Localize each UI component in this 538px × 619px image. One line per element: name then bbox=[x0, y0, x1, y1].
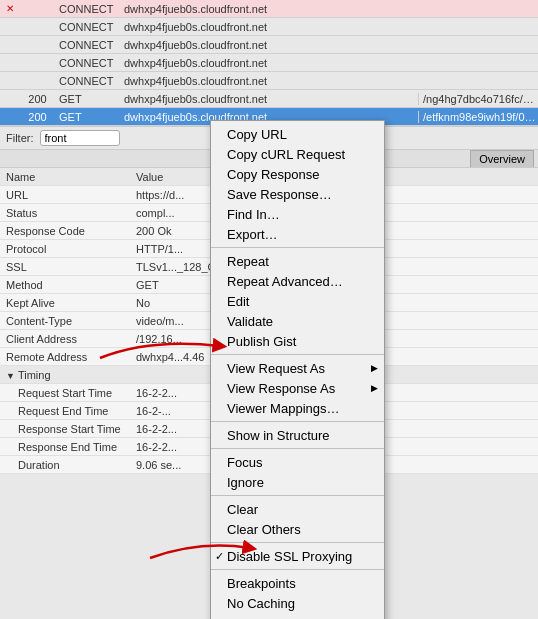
row-host: dwhxp4fjueb0s.cloudfront.net bbox=[120, 75, 418, 87]
table-row[interactable]: CONNECTdwhxp4fjueb0s.cloudfront.net bbox=[0, 54, 538, 72]
bottom-col-name: Client Address bbox=[0, 333, 130, 345]
row-path: /etfknm98e9iwh19f/0cq5 bbox=[418, 111, 538, 123]
bottom-name-text: Timing bbox=[18, 369, 51, 381]
bottom-name-text: Request Start Time bbox=[18, 387, 112, 399]
overview-tab[interactable]: Overview bbox=[470, 150, 534, 167]
bottom-col-name: Request Start Time bbox=[0, 387, 130, 399]
row-method: CONNECT bbox=[55, 39, 120, 51]
row-method: GET bbox=[55, 111, 120, 123]
row-status: 200 bbox=[20, 93, 55, 105]
bottom-name-text: Name bbox=[6, 171, 35, 183]
table-row[interactable]: CONNECTdwhxp4fjueb0s.cloudfront.net bbox=[0, 18, 538, 36]
menu-item[interactable]: Breakpoints bbox=[211, 573, 384, 593]
menu-separator bbox=[211, 495, 384, 496]
bottom-col-name: Duration bbox=[0, 459, 130, 471]
bottom-col-name: URL bbox=[0, 189, 130, 201]
menu-item[interactable]: Repeat bbox=[211, 251, 384, 271]
bottom-name-text: Duration bbox=[18, 459, 60, 471]
menu-item[interactable]: View Request As bbox=[211, 358, 384, 378]
section-toggle-icon[interactable]: ▼ bbox=[6, 371, 15, 381]
menu-item[interactable]: Export… bbox=[211, 224, 384, 244]
bottom-name-text: Status bbox=[6, 207, 37, 219]
filter-input[interactable] bbox=[40, 130, 120, 146]
row-path: /ng4hg7dbc4o716fc/p1c bbox=[418, 93, 538, 105]
bottom-name-text: Remote Address bbox=[6, 351, 87, 363]
row-method: CONNECT bbox=[55, 21, 120, 33]
row-method: CONNECT bbox=[55, 75, 120, 87]
menu-item[interactable]: Save Response… bbox=[211, 184, 384, 204]
bottom-name-text: Protocol bbox=[6, 243, 46, 255]
bottom-col-name: Name bbox=[0, 171, 130, 183]
menu-item[interactable]: Validate bbox=[211, 311, 384, 331]
row-host: dwhxp4fjueb0s.cloudfront.net bbox=[120, 57, 418, 69]
table-row[interactable]: CONNECTdwhxp4fjueb0s.cloudfront.net bbox=[0, 36, 538, 54]
menu-item[interactable]: Clear Others bbox=[211, 519, 384, 539]
row-icon: ✕ bbox=[0, 3, 20, 14]
menu-item[interactable]: Copy Response bbox=[211, 164, 384, 184]
row-host: dwhxp4fjueb0s.cloudfront.net bbox=[120, 39, 418, 51]
menu-separator bbox=[211, 247, 384, 248]
bottom-col-name: Content-Type bbox=[0, 315, 130, 327]
row-status: 200 bbox=[20, 111, 55, 123]
menu-separator bbox=[211, 569, 384, 570]
bottom-col-name: Method bbox=[0, 279, 130, 291]
menu-item[interactable]: Block Cookies bbox=[211, 613, 384, 619]
bottom-name-text: Content-Type bbox=[6, 315, 72, 327]
menu-item[interactable]: No Caching bbox=[211, 593, 384, 613]
bottom-name-text: Request End Time bbox=[18, 405, 109, 417]
menu-item[interactable]: Copy cURL Request bbox=[211, 144, 384, 164]
bottom-col-name: ▼Timing bbox=[0, 369, 130, 381]
table-row[interactable]: 200GETdwhxp4fjueb0s.cloudfront.net/ng4hg… bbox=[0, 90, 538, 108]
bottom-col-name: Response Code bbox=[0, 225, 130, 237]
row-method: GET bbox=[55, 93, 120, 105]
menu-separator bbox=[211, 542, 384, 543]
menu-separator bbox=[211, 448, 384, 449]
menu-item[interactable]: Ignore bbox=[211, 472, 384, 492]
bottom-col-name: Kept Alive bbox=[0, 297, 130, 309]
menu-separator bbox=[211, 354, 384, 355]
menu-item[interactable]: Clear bbox=[211, 499, 384, 519]
bottom-col-name: Response Start Time bbox=[0, 423, 130, 435]
row-method: CONNECT bbox=[55, 57, 120, 69]
context-menu: Copy URLCopy cURL RequestCopy ResponseSa… bbox=[210, 120, 385, 619]
filter-label: Filter: bbox=[6, 132, 34, 144]
bottom-col-name: SSL bbox=[0, 261, 130, 273]
menu-item[interactable]: Edit bbox=[211, 291, 384, 311]
main-table: ✕CONNECTdwhxp4fjueb0s.cloudfront.netCONN… bbox=[0, 0, 538, 126]
bottom-col-name: Remote Address bbox=[0, 351, 130, 363]
menu-item[interactable]: Show in Structure bbox=[211, 425, 384, 445]
menu-item[interactable]: Publish Gist bbox=[211, 331, 384, 351]
table-row[interactable]: ✕CONNECTdwhxp4fjueb0s.cloudfront.net bbox=[0, 0, 538, 18]
bottom-name-text: URL bbox=[6, 189, 28, 201]
table-row[interactable]: CONNECTdwhxp4fjueb0s.cloudfront.net bbox=[0, 72, 538, 90]
menu-item[interactable]: Viewer Mappings… bbox=[211, 398, 384, 418]
row-host: dwhxp4fjueb0s.cloudfront.net bbox=[120, 93, 418, 105]
menu-separator bbox=[211, 421, 384, 422]
bottom-name-text: SSL bbox=[6, 261, 27, 273]
bottom-name-text: Client Address bbox=[6, 333, 77, 345]
bottom-name-text: Response Start Time bbox=[18, 423, 121, 435]
bottom-col-name: Protocol bbox=[0, 243, 130, 255]
bottom-name-text: Method bbox=[6, 279, 43, 291]
bottom-name-text: Kept Alive bbox=[6, 297, 55, 309]
row-host: dwhxp4fjueb0s.cloudfront.net bbox=[120, 21, 418, 33]
row-host: dwhxp4fjueb0s.cloudfront.net bbox=[120, 3, 418, 15]
menu-item[interactable]: Repeat Advanced… bbox=[211, 271, 384, 291]
menu-item[interactable]: Find In… bbox=[211, 204, 384, 224]
bottom-col-name: Status bbox=[0, 207, 130, 219]
bottom-name-text: Response Code bbox=[6, 225, 85, 237]
menu-item[interactable]: Disable SSL Proxying bbox=[211, 546, 384, 566]
bottom-name-text: Response End Time bbox=[18, 441, 117, 453]
menu-item[interactable]: Copy URL bbox=[211, 124, 384, 144]
bottom-col-name: Response End Time bbox=[0, 441, 130, 453]
bottom-col-name: Request End Time bbox=[0, 405, 130, 417]
menu-item[interactable]: Focus bbox=[211, 452, 384, 472]
row-method: CONNECT bbox=[55, 3, 120, 15]
menu-item[interactable]: View Response As bbox=[211, 378, 384, 398]
